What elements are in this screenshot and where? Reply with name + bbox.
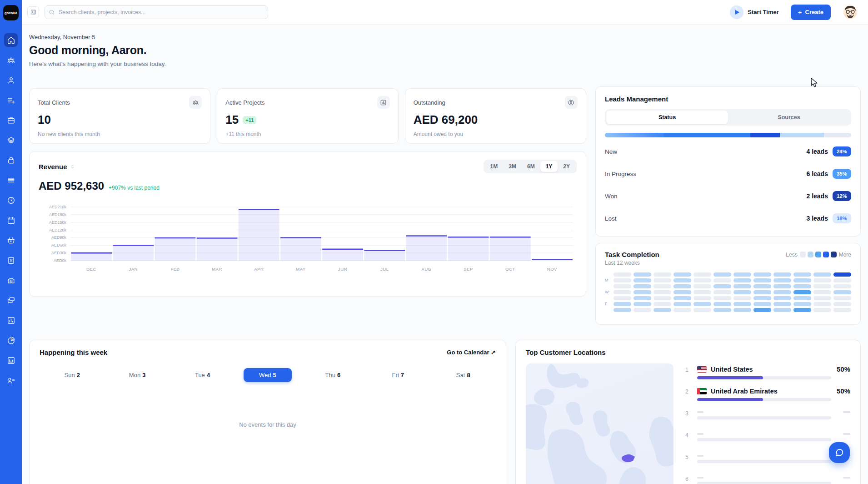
revenue-amount: AED 952,630 bbox=[39, 180, 104, 192]
day-sun-2[interactable]: Sun2 bbox=[65, 368, 80, 382]
stat-card: Total Clients10No new clients this month bbox=[29, 88, 210, 144]
sidebar-item-finance[interactable] bbox=[4, 353, 18, 367]
day-cell: Wed5 bbox=[235, 368, 300, 382]
heatmap-cell bbox=[733, 272, 751, 277]
heatmap-cell bbox=[753, 308, 771, 312]
heatmap-cell bbox=[773, 272, 791, 277]
sidebar-item-time-tracking[interactable] bbox=[4, 193, 18, 207]
heatmap-cell bbox=[653, 278, 671, 282]
heatmap-cell bbox=[673, 272, 691, 277]
tab-sources[interactable]: Sources bbox=[728, 111, 850, 124]
svg-text:DEC: DEC bbox=[86, 267, 96, 272]
search-input[interactable] bbox=[45, 5, 268, 19]
heatmap-cell bbox=[813, 308, 831, 312]
sidebar-item-invoices[interactable] bbox=[4, 253, 18, 267]
search-icon bbox=[49, 9, 55, 15]
sidebar-item-dashboard[interactable] bbox=[4, 33, 18, 47]
sidebar-item-tasks[interactable] bbox=[4, 173, 18, 187]
heatmap-cell bbox=[733, 308, 751, 312]
sidebar-item-projects[interactable] bbox=[4, 113, 18, 127]
location-row: 2United Arab Emirates50% bbox=[685, 387, 850, 403]
locations-card: Top Customer Locations bbox=[515, 340, 861, 484]
chat-widget-button[interactable] bbox=[829, 442, 850, 463]
sidebar-item-vault[interactable] bbox=[4, 153, 18, 167]
greeting: Wednesday, November 5 Good morning, Aaro… bbox=[29, 34, 586, 67]
sidebar-item-leads[interactable] bbox=[4, 93, 18, 107]
heatmap-cell bbox=[693, 302, 711, 306]
stat-note: Amount owed to you bbox=[414, 131, 578, 137]
range-2y[interactable]: 2Y bbox=[558, 161, 575, 172]
locations-rows: 1United States50%2United Arab Emirates50… bbox=[685, 365, 850, 484]
leads-bar-segment bbox=[824, 133, 851, 137]
heatmap-cell bbox=[813, 272, 831, 277]
empty-placeholder bbox=[697, 477, 703, 479]
app: { "brand": { "logo_text": "growlio" }, "… bbox=[0, 0, 868, 484]
day-sat-8[interactable]: Sat8 bbox=[456, 368, 470, 382]
heatmap-cell bbox=[833, 308, 851, 312]
uae-flag-icon bbox=[697, 388, 707, 394]
day-fri-7[interactable]: Fri7 bbox=[392, 368, 404, 382]
sidebar-item-reports[interactable] bbox=[4, 313, 18, 327]
range-3m[interactable]: 3M bbox=[503, 161, 522, 172]
heatmap-cell bbox=[833, 278, 851, 282]
sidebar-item-services[interactable] bbox=[4, 133, 18, 147]
day-thu-6[interactable]: Thu6 bbox=[325, 368, 341, 382]
heatmap-cell bbox=[713, 302, 731, 306]
heatmap-cell bbox=[653, 308, 671, 312]
stat-label: Total Clients bbox=[38, 99, 70, 106]
heatmap-cell bbox=[833, 302, 851, 306]
lead-row-in-progress: In Progress6 leads35% bbox=[605, 162, 851, 185]
heatmap-row-label bbox=[605, 296, 610, 300]
sidebar-item-analytics[interactable] bbox=[4, 333, 18, 347]
heatmap-cell bbox=[773, 296, 791, 300]
world-map[interactable]: + − bbox=[526, 363, 673, 484]
lead-percent-badge: 18% bbox=[833, 213, 851, 223]
svg-text:NOV: NOV bbox=[547, 267, 557, 272]
heatmap-cell bbox=[634, 278, 651, 282]
sidebar-item-clients[interactable] bbox=[4, 53, 18, 67]
sidebar-item-calendar[interactable] bbox=[4, 213, 18, 227]
heatmap-cell bbox=[813, 278, 831, 282]
lead-status-label: Lost bbox=[605, 215, 617, 222]
task-heatmap: MWF bbox=[605, 272, 851, 312]
week-empty-state: No events for this day bbox=[40, 421, 496, 428]
sort-icon[interactable] bbox=[70, 164, 75, 169]
heatmap-cell bbox=[614, 278, 631, 282]
chartcol-icon bbox=[7, 316, 15, 325]
us-flag-icon bbox=[697, 366, 707, 373]
sidebar-item-orders[interactable] bbox=[4, 233, 18, 247]
go-to-calendar-link[interactable]: Go to Calendar ↗ bbox=[447, 349, 496, 356]
tab-status[interactable]: Status bbox=[606, 111, 728, 124]
day-mon-3[interactable]: Mon3 bbox=[129, 368, 146, 382]
chat-bubble-icon bbox=[834, 448, 844, 458]
range-1m[interactable]: 1M bbox=[485, 161, 504, 172]
sidebar: growlio bbox=[0, 0, 22, 484]
pie-icon bbox=[7, 336, 15, 345]
empty-placeholder bbox=[697, 433, 703, 435]
sidebar-item-team-directory[interactable] bbox=[4, 373, 18, 387]
range-1y[interactable]: 1Y bbox=[540, 161, 558, 172]
sidebar-toggle-button[interactable] bbox=[27, 6, 39, 18]
location-progress bbox=[697, 376, 831, 379]
sidebar-item-media[interactable] bbox=[4, 273, 18, 287]
range-6m[interactable]: 6M bbox=[522, 161, 540, 172]
revenue-title: Revenue bbox=[39, 163, 75, 171]
heatmap-cell bbox=[813, 296, 831, 300]
create-button[interactable]: + Create bbox=[791, 5, 831, 20]
leads-title: Leads Management bbox=[605, 95, 851, 103]
sidebar-item-contacts[interactable] bbox=[4, 73, 18, 87]
start-timer-button[interactable]: Start Timer bbox=[730, 5, 778, 19]
location-rank: 4 bbox=[685, 431, 691, 447]
day-tue-4[interactable]: Tue4 bbox=[195, 368, 210, 382]
day-cell: Sun2 bbox=[40, 368, 105, 382]
lead-row-won: Won2 leads12% bbox=[605, 185, 851, 207]
svg-text:AED180k: AED180k bbox=[49, 212, 67, 217]
heatmap-cell bbox=[614, 272, 631, 277]
heatmap-cell bbox=[773, 278, 791, 282]
heatmap-row-label bbox=[605, 272, 610, 277]
day-wed-5[interactable]: Wed5 bbox=[244, 368, 292, 382]
user-avatar[interactable] bbox=[843, 5, 858, 20]
sidebar-item-messages[interactable] bbox=[4, 293, 18, 307]
heatmap-cell bbox=[733, 290, 751, 294]
revenue-area-chart: AED210kAED180kAED150kAED120kAED90kAED60k… bbox=[39, 203, 578, 280]
